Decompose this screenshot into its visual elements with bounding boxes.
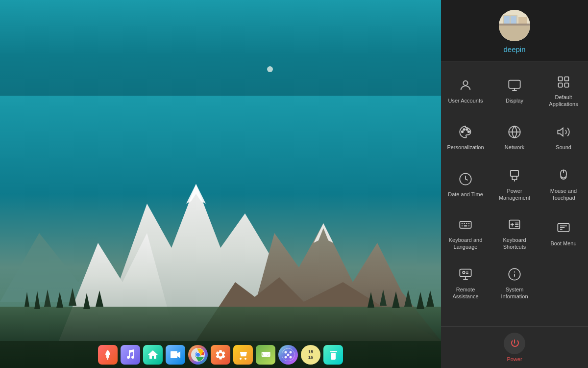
- svg-rect-61: [460, 221, 471, 228]
- settings-mouse[interactable]: Mouse and Touchpad: [539, 160, 588, 210]
- user-accounts-label: User Accounts: [448, 97, 483, 104]
- settings-grid: User Accounts Display Default Applicatio…: [441, 61, 588, 326]
- taskbar: ⌨ 1816: [0, 341, 441, 368]
- avatar[interactable]: [499, 10, 530, 41]
- settings-panel: deepin User Accounts Display: [441, 0, 588, 368]
- svg-rect-46: [564, 77, 568, 81]
- svg-point-41: [463, 81, 467, 85]
- svg-rect-38: [511, 16, 516, 25]
- taskbar-video[interactable]: [166, 345, 185, 365]
- boot-label: Boot Menu: [550, 240, 576, 247]
- svg-point-52: [468, 131, 470, 133]
- boot-icon: [556, 220, 571, 236]
- svg-rect-37: [504, 16, 510, 25]
- svg-rect-48: [559, 83, 563, 87]
- svg-rect-79: [460, 269, 471, 276]
- person-icon: [458, 78, 473, 93]
- settings-datetime[interactable]: Date and Time: [441, 160, 490, 210]
- sound-icon: [556, 124, 571, 140]
- apps-icon: [556, 74, 571, 90]
- sound-label: Sound: [556, 144, 571, 151]
- username-label: deepin: [503, 45, 525, 53]
- settings-user-accounts[interactable]: User Accounts: [441, 66, 490, 116]
- settings-display[interactable]: Display: [490, 66, 539, 116]
- settings-remote[interactable]: Remote Assistance: [441, 259, 490, 308]
- settings-sound[interactable]: Sound: [539, 116, 588, 160]
- info-icon: [507, 266, 522, 282]
- svg-rect-22: [171, 351, 177, 358]
- svg-point-51: [466, 129, 468, 131]
- default-apps-label: Default Applications: [543, 94, 584, 108]
- network-label: Network: [505, 144, 524, 151]
- settings-row-2: Personalization Network Sound: [441, 116, 588, 160]
- settings-keyboard-shortcuts[interactable]: Keyboard Shortcuts: [490, 209, 539, 259]
- personalization-label: Personalization: [447, 144, 484, 151]
- taskbar-trash[interactable]: [323, 345, 343, 365]
- svg-point-31: [285, 356, 287, 358]
- remote-icon: [458, 266, 473, 282]
- monitor-icon: [507, 78, 522, 93]
- taskbar-appstore[interactable]: [233, 345, 253, 365]
- display-label: Display: [506, 97, 523, 104]
- shortcuts-icon: [507, 217, 522, 233]
- settings-default-apps[interactable]: Default Applications: [539, 66, 588, 116]
- user-profile-section: deepin: [441, 0, 588, 61]
- settings-keyboard-lang[interactable]: Keyboard and Language: [441, 209, 490, 259]
- settings-network[interactable]: Network: [490, 116, 539, 160]
- datetime-label: Date and Time: [448, 191, 483, 198]
- svg-rect-45: [559, 77, 563, 81]
- svg-rect-35: [499, 25, 530, 41]
- settings-row-5: Remote Assistance System Information: [441, 259, 588, 308]
- taskbar-clock[interactable]: 1816: [301, 345, 320, 365]
- svg-rect-57: [511, 170, 518, 176]
- taskbar-music[interactable]: [121, 345, 140, 365]
- settings-row-3: Date and Time Power Management Mouse and…: [441, 160, 588, 210]
- svg-point-33: [287, 353, 290, 356]
- desktop-background: [0, 0, 441, 368]
- power-area: Power: [441, 326, 588, 368]
- mouse-icon: [556, 168, 571, 184]
- settings-boot-menu[interactable]: Boot Menu: [539, 209, 588, 259]
- svg-point-27: [196, 353, 200, 357]
- taskbar-launcher[interactable]: [278, 345, 298, 365]
- power-label: Power: [507, 356, 522, 362]
- taskbar-settings[interactable]: [211, 345, 230, 365]
- network-icon: [507, 124, 522, 140]
- settings-row-1: User Accounts Display Default Applicatio…: [441, 66, 588, 116]
- svg-point-50: [463, 129, 465, 131]
- svg-rect-40: [499, 24, 530, 26]
- svg-point-30: [290, 351, 292, 353]
- keyboard-icon: [458, 217, 473, 233]
- moon-decoration: [267, 66, 273, 72]
- palette-icon: [458, 124, 473, 140]
- taskbar-chrome[interactable]: [188, 345, 208, 365]
- mouse-label: Mouse and Touchpad: [543, 187, 584, 202]
- svg-point-32: [290, 356, 292, 358]
- power-mgmt-label: Power Management: [494, 187, 535, 202]
- svg-rect-39: [518, 17, 527, 25]
- svg-rect-42: [509, 80, 520, 88]
- power-mgmt-icon: [507, 168, 522, 184]
- settings-row-4: Keyboard and Language Keyboard Shortcuts…: [441, 209, 588, 259]
- taskbar-rocket[interactable]: [98, 345, 118, 365]
- svg-point-29: [285, 351, 287, 353]
- keyboard-lang-label: Keyboard and Language: [445, 237, 486, 251]
- svg-marker-23: [177, 351, 180, 358]
- clock-icon: [458, 171, 473, 187]
- remote-label: Remote Assistance: [445, 286, 486, 300]
- sysinfo-label: System Information: [494, 286, 535, 300]
- svg-point-49: [462, 131, 464, 133]
- settings-personalization[interactable]: Personalization: [441, 116, 490, 160]
- taskbar-file-manager[interactable]: [143, 345, 163, 365]
- settings-power[interactable]: Power Management: [490, 160, 539, 210]
- settings-sysinfo[interactable]: System Information: [490, 259, 539, 308]
- power-button[interactable]: [504, 333, 525, 354]
- svg-point-80: [463, 271, 465, 274]
- svg-marker-55: [558, 128, 563, 136]
- taskbar-ime[interactable]: ⌨: [256, 345, 275, 365]
- svg-rect-47: [564, 83, 568, 87]
- svg-rect-8: [0, 307, 441, 341]
- shortcuts-label: Keyboard Shortcuts: [494, 237, 535, 251]
